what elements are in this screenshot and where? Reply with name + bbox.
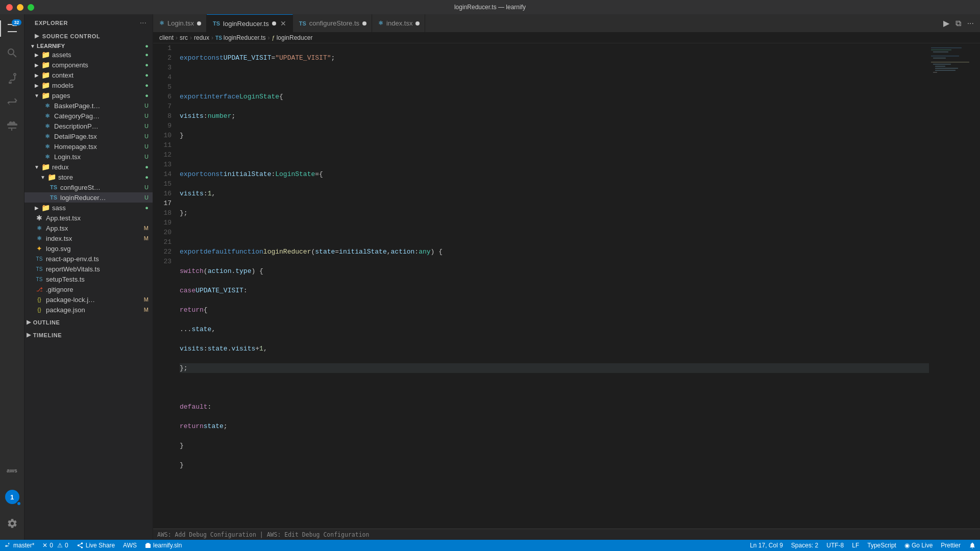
packagelock-badge: M — [144, 296, 149, 303]
assets-badge: ● — [145, 52, 149, 58]
sass-label: sass — [52, 204, 145, 212]
live-share-label: Live Share — [86, 542, 115, 549]
tree-item-context[interactable]: ▶ 📁 context ● — [24, 70, 153, 80]
breadcrumb-redux[interactable]: redux — [194, 34, 209, 41]
tab-loginreducer-close[interactable]: ✕ — [279, 19, 287, 28]
activity-aws[interactable]: aws — [0, 458, 24, 483]
activity-search[interactable] — [0, 41, 24, 65]
line-num-12: 12 — [153, 150, 172, 160]
tab-index-icon: ⚛ — [378, 20, 383, 27]
tree-item-loginreducer[interactable]: TS loginReducer… U — [24, 192, 153, 203]
source-control-header[interactable]: ▶ SOURCE CONTROL — [35, 32, 153, 40]
breadcrumb-sep2: › — [190, 34, 192, 41]
project-root[interactable]: ▼ LEARNIFY ● — [24, 42, 153, 49]
status-solution[interactable]: learnify.sln — [141, 540, 186, 551]
status-line-col[interactable]: Ln 17, Col 9 — [746, 542, 787, 549]
status-branch[interactable]: master* — [0, 540, 38, 551]
status-live-share[interactable]: Live Share — [72, 540, 119, 551]
tree-item-reportwebvitals[interactable]: TS reportWebVitals.ts — [24, 264, 153, 274]
close-button[interactable] — [6, 4, 13, 11]
tree-item-store[interactable]: ▼ 📁 store ● — [24, 172, 153, 182]
tab-index[interactable]: ⚛ index.tsx — [372, 14, 425, 32]
outline-header[interactable]: ▶ OUTLINE — [24, 317, 153, 328]
tree-item-packagejson[interactable]: {} package.json M — [24, 305, 153, 315]
indextsx-label: index.tsx — [46, 235, 144, 242]
minimize-button[interactable] — [17, 4, 23, 11]
status-errors[interactable]: ✕ 0 ⚠ 0 — [38, 540, 72, 551]
tab-loginreducer[interactable]: TS loginReducer.ts ✕ — [207, 14, 293, 32]
status-prettier[interactable]: Prettier — [937, 542, 965, 549]
status-aws[interactable]: AWS — [119, 540, 141, 551]
tree-item-homepage[interactable]: ⚛ Homepage.tsx U — [24, 141, 153, 152]
run-button[interactable]: ▶ — [941, 17, 951, 29]
tree-item-pages[interactable]: ▼ 📁 pages ● — [24, 90, 153, 101]
status-spaces[interactable]: Spaces: 2 — [787, 542, 822, 549]
hint-text[interactable]: AWS: Add Debug Configuration | AWS: Edit… — [157, 531, 369, 538]
sass-badge: ● — [145, 205, 149, 211]
tree-item-gitignore[interactable]: ⎇ .gitignore — [24, 284, 153, 294]
activity-files[interactable]: 32 — [0, 16, 24, 41]
activity-bottom: aws 1 — [0, 458, 24, 540]
svg-rect-4 — [931, 56, 959, 57]
timeline-header[interactable]: ▶ TIMELINE — [24, 330, 153, 340]
packagejson-label: package.json — [46, 306, 144, 314]
context-badge: ● — [145, 72, 149, 78]
tree-item-apptest[interactable]: ✱ App.test.tsx — [24, 213, 153, 223]
status-line-ending[interactable]: LF — [848, 542, 863, 549]
more-actions-button[interactable]: ··· — [965, 18, 976, 29]
split-editor-button[interactable]: ⧉ — [953, 18, 963, 29]
activity-debug[interactable] — [0, 90, 24, 114]
line-num-21: 21 — [153, 237, 172, 247]
status-language[interactable]: TypeScript — [863, 542, 900, 549]
breadcrumb-client[interactable]: client — [159, 34, 174, 41]
test-icon: ✱ — [35, 213, 44, 222]
tab-loginreducer-icon: TS — [213, 20, 220, 27]
line-ending-label: LF — [852, 542, 859, 549]
tree-item-packagelock[interactable]: {} package-lock.j… M — [24, 294, 153, 305]
store-badge: ● — [145, 174, 149, 180]
tree-item-logosvg[interactable]: ✦ logo.svg — [24, 243, 153, 254]
code-line-8: visits: 1, — [180, 189, 929, 198]
tree-item-descriptionp[interactable]: ⚛ DescriptionP… U — [24, 121, 153, 131]
tab-loginreducer-label: loginReducer.ts — [223, 20, 269, 28]
tree-item-assets[interactable]: ▶ 📁 assets ● — [24, 49, 153, 60]
tree-item-detailpage[interactable]: ⚛ DetailPage.tsx U — [24, 131, 153, 141]
code-content[interactable]: export const UPDATE_VISIT = "UPDATE_VISI… — [178, 43, 929, 529]
chevron-right-icon: ▶ — [35, 33, 39, 39]
tree-item-app[interactable]: ⚛ App.tsx M — [24, 223, 153, 233]
store-arrow: ▼ — [39, 174, 47, 180]
code-line-18 — [180, 383, 929, 392]
tree-item-basketpage[interactable]: ⚛ BasketPage.t… U — [24, 101, 153, 111]
tab-configurestore[interactable]: TS configureStore.ts — [293, 14, 372, 32]
tree-item-models[interactable]: ▶ 📁 models ● — [24, 80, 153, 90]
code-editor[interactable]: 1 2 3 4 5 6 7 8 9 10 11 12 13 14 15 16 1 — [153, 43, 980, 529]
activity-source-control[interactable] — [0, 65, 24, 90]
tsx-icon: ⚛ — [43, 142, 52, 151]
maximize-button[interactable] — [28, 4, 34, 11]
tree-item-reactappenv[interactable]: TS react-app-env.d.ts — [24, 254, 153, 264]
tree-item-sass[interactable]: ▶ 📁 sass ● — [24, 203, 153, 213]
breadcrumb-symbol[interactable]: ƒloginReducer — [272, 34, 313, 41]
tree-item-redux[interactable]: ▼ 📁 redux ● — [24, 162, 153, 172]
breadcrumb-file[interactable]: TSloginReducer.ts — [215, 34, 266, 41]
sidebar-menu-icon[interactable]: ··· — [140, 18, 146, 28]
tab-configurestore-label: configureStore.ts — [309, 19, 359, 27]
tree-item-login[interactable]: ⚛ Login.tsx U — [24, 152, 153, 162]
activity-settings[interactable] — [0, 511, 24, 536]
solution-label: learnify.sln — [153, 542, 182, 549]
svg-rect-8 — [935, 66, 945, 67]
tree-item-configurest[interactable]: TS configureSt… U — [24, 182, 153, 192]
activity-extensions[interactable] — [0, 114, 24, 139]
activity-account[interactable]: 1 — [0, 485, 24, 509]
tree-item-setuptests[interactable]: TS setupTests.ts — [24, 274, 153, 284]
status-encoding[interactable]: UTF-8 — [822, 542, 848, 549]
status-bell[interactable] — [965, 542, 980, 549]
tab-configurestore-modified — [362, 21, 366, 26]
tree-item-categorypage[interactable]: ⚛ CategoryPag… U — [24, 111, 153, 121]
breadcrumb-src[interactable]: src — [180, 34, 188, 41]
tree-item-indextsx[interactable]: ⚛ index.tsx M — [24, 233, 153, 243]
tab-login[interactable]: ⚛ Login.tsx — [153, 14, 207, 32]
status-go-live[interactable]: ◉ Go Live — [900, 542, 937, 549]
tree-item-components[interactable]: ▶ 📁 components ● — [24, 60, 153, 70]
pages-label: pages — [52, 92, 145, 99]
